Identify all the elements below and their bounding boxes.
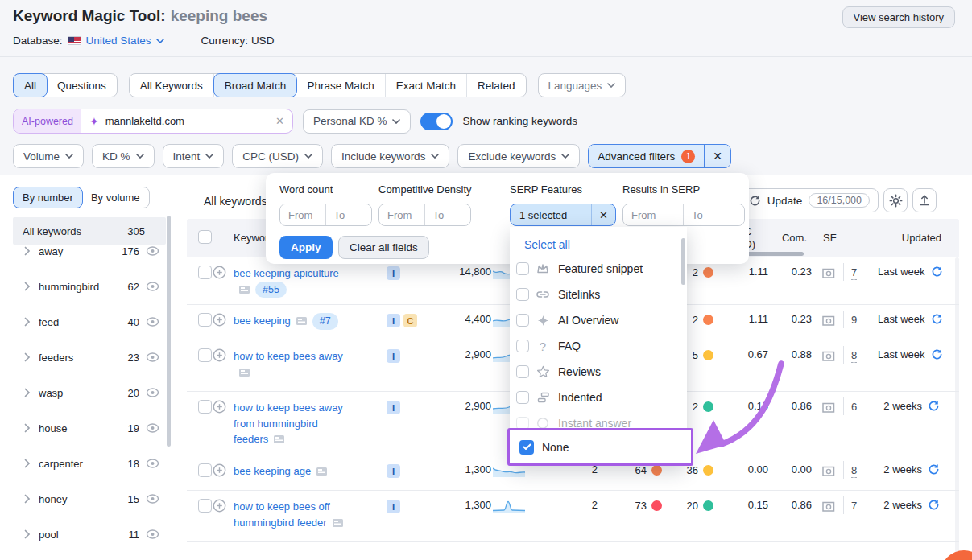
tab-exact-match[interactable]: Exact Match [386,74,467,97]
expand-plus-icon[interactable] [213,313,226,327]
sidebar-group-honey[interactable]: honey15 [13,481,166,517]
competitive-density-to-input[interactable] [425,204,471,225]
tab-broad-match[interactable]: Broad Match [213,73,298,97]
settings-button[interactable] [883,188,908,212]
sidebar-scrollbar[interactable] [167,216,171,447]
row-checkbox[interactable] [198,463,212,477]
horizontal-scrollbar[interactable] [745,252,804,256]
option-checkbox[interactable] [516,340,529,352]
eye-icon[interactable] [146,388,159,397]
sidebar-group-pool[interactable]: pool11 [13,517,166,552]
select-all-checkbox[interactable] [198,230,212,244]
header-sf[interactable]: SF [812,232,878,244]
option-checkbox[interactable] [516,365,529,378]
filter-exclude-keywords[interactable]: Exclude keywords [457,144,580,168]
tab-related[interactable]: Related [467,74,526,97]
refresh-icon[interactable] [931,313,943,325]
advanced-filters-close-icon[interactable]: ✕ [704,145,730,167]
row-checkbox[interactable] [198,266,212,279]
sidebar-group-away[interactable]: away176 [13,233,166,269]
expand-plus-icon[interactable] [213,499,226,513]
tab-by-volume[interactable]: By volume [82,187,149,208]
refresh-icon[interactable] [931,266,943,278]
competitive-density-from-input[interactable] [379,204,425,225]
sidebar-group-feeders[interactable]: feeders23 [13,340,166,375]
option-sitelinks[interactable]: Sitelinks [510,282,687,307]
tab-by-number[interactable]: By number [13,187,83,208]
refresh-icon[interactable] [928,463,940,476]
eye-icon[interactable] [146,282,159,291]
header-updated[interactable]: Updated [878,232,959,244]
results-in-serp-to-input[interactable] [684,204,744,225]
serp-view-icon[interactable] [821,267,836,280]
filter-cpc[interactable]: CPC (USD) [232,144,323,168]
serp-preview-icon[interactable] [332,518,344,528]
option-reviews[interactable]: Reviews [510,359,687,385]
serp-view-icon[interactable] [821,401,836,414]
serp-view-icon[interactable] [821,315,836,327]
sidebar-group-feed[interactable]: feed40 [13,304,166,340]
select-all-link[interactable]: Select all [524,238,570,251]
option-featured-snippet[interactable]: Featured snippet [510,256,687,282]
eye-icon[interactable] [146,317,159,327]
serp-view-icon[interactable] [821,500,836,513]
serp-view-icon[interactable] [821,465,836,478]
personal-kd-dropdown[interactable]: Personal KD % [303,109,412,134]
none-option-highlight[interactable]: None [507,428,693,466]
option-checkbox[interactable] [516,262,529,275]
clear-domain-icon[interactable]: ✕ [275,115,284,127]
option-ai-overview[interactable]: AI Overview [510,307,687,333]
apply-button[interactable]: Apply [279,236,333,259]
results-in-serp-from-input[interactable] [623,204,684,225]
serp-features-clear-icon[interactable]: ✕ [591,204,615,225]
keyword-link[interactable]: how to keep bees off hummingbird feeder [234,500,330,529]
tab-all[interactable]: All [13,73,48,97]
serp-view-icon[interactable] [821,350,836,363]
dropdown-scrollbar[interactable] [681,238,685,285]
sidebar-group-house[interactable]: house19 [13,410,166,446]
tab-phrase-match[interactable]: Phrase Match [296,74,385,97]
eye-icon[interactable] [146,494,159,504]
domain-input[interactable]: ✦ mannlakeltd.com ✕ [81,109,292,133]
option-checkbox[interactable] [516,314,529,327]
view-search-history-button[interactable]: View search history [842,6,955,28]
eye-icon[interactable] [146,423,159,433]
refresh-icon[interactable] [928,499,940,511]
tab-all-keywords[interactable]: All Keywords [130,74,214,97]
expand-plus-icon[interactable] [213,463,226,477]
sf-count[interactable]: 8 [851,464,857,478]
keyword-link[interactable]: bee keeping apiculture [234,267,339,279]
option-checkbox[interactable] [516,288,529,301]
keyword-link[interactable]: how to keep bees away from hummingbird f… [234,401,343,445]
filter-intent[interactable]: Intent [163,144,225,168]
sf-count[interactable]: 9 [851,314,857,327]
eye-icon[interactable] [146,529,159,539]
expand-plus-icon[interactable] [213,400,226,414]
sidebar-group-carpenter[interactable]: carpenter18 [13,446,166,481]
header-com[interactable]: Com. [768,232,812,244]
option-faq[interactable]: ? FAQ [510,333,687,359]
serp-features-select[interactable]: 1 selected ✕ [510,204,616,226]
sidebar-group-wasp[interactable]: wasp20 [13,375,166,410]
show-ranking-keywords-toggle[interactable] [420,113,453,130]
sidebar-group-hummingbird[interactable]: hummingbird62 [13,269,166,304]
keyword-link[interactable]: how to keep bees away [234,350,343,362]
database-select[interactable]: United States [86,35,151,47]
tab-questions[interactable]: Questions [47,74,117,97]
languages-dropdown[interactable]: Languages [538,73,627,97]
word-count-to-input[interactable] [326,204,372,225]
row-checkbox[interactable] [198,499,212,513]
eye-icon[interactable] [146,459,159,468]
row-checkbox[interactable] [198,400,212,414]
update-button[interactable]: Update 16/15,000 [740,188,879,212]
none-checkbox-checked[interactable] [519,440,534,455]
table-tab-all-keywords[interactable]: All keywords [204,195,267,208]
sf-count[interactable]: 7 [851,500,857,513]
row-checkbox[interactable] [198,313,212,327]
serp-preview-icon[interactable] [238,285,250,294]
sf-count[interactable]: 6 [851,401,857,414]
option-indented[interactable]: Indented [510,385,687,410]
sf-count[interactable]: 7 [851,266,857,280]
filter-include-keywords[interactable]: Include keywords [331,144,449,168]
word-count-from-input[interactable] [280,204,326,225]
